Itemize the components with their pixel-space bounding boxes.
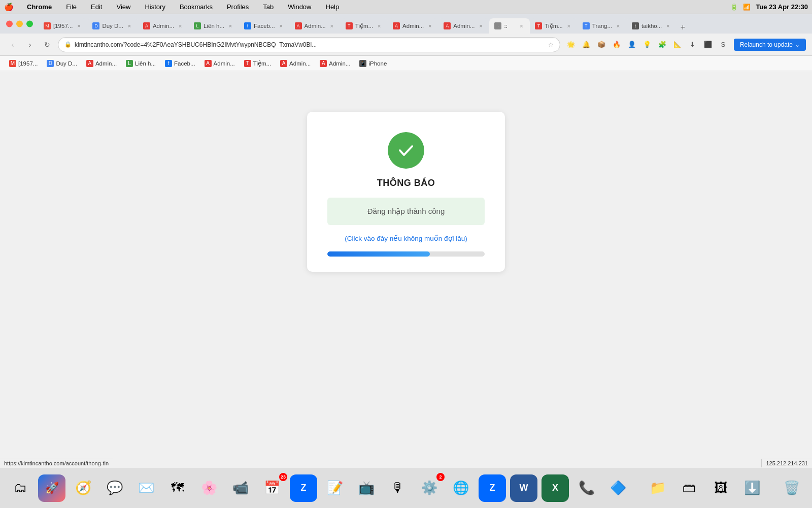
dock-item-transit[interactable]: 🔷: [604, 474, 632, 502]
tab-duy[interactable]: D Duy D... ×: [87, 18, 138, 34]
dock-item-word[interactable]: W: [510, 474, 537, 502]
dock-item-chrome[interactable]: 🌐: [447, 474, 475, 502]
redirect-link[interactable]: (Click vào đây nếu không muốn đợi lâu): [345, 234, 467, 242]
tab-facebook[interactable]: f Faceb... ×: [239, 18, 290, 34]
dock-item-pics[interactable]: 🖼: [707, 474, 734, 502]
dock-item-settings[interactable]: ⚙️ 2: [416, 474, 443, 502]
menu-help[interactable]: Help: [323, 2, 343, 12]
tab-current[interactable]: · :: ×: [489, 18, 530, 34]
bookmark-item-duy[interactable]: D Duy D...: [44, 59, 80, 68]
tab-tiem1[interactable]: T Tiệm... ×: [341, 18, 388, 34]
menu-bookmarks[interactable]: Bookmarks: [177, 2, 216, 12]
tab-close-taikho[interactable]: ×: [664, 22, 671, 29]
tab-close-admin3[interactable]: ×: [426, 22, 433, 29]
tab-close-current[interactable]: ×: [518, 22, 525, 29]
bookmark-bar: M [1957... D Duy D... A Admin... L Liên …: [0, 56, 812, 71]
apple-logo-icon[interactable]: 🍎: [4, 3, 14, 12]
dock-item-viber[interactable]: 📞: [573, 474, 600, 502]
extension-icon-7[interactable]: 🧩: [656, 38, 669, 51]
menu-window[interactable]: Window: [285, 2, 314, 12]
tab-tiem2[interactable]: T Tiệm... ×: [530, 18, 577, 34]
tab-gmail[interactable]: M [1957... ×: [39, 18, 87, 34]
tab-admin4[interactable]: A Admin... ×: [438, 18, 489, 34]
tab-favicon-duy: D: [92, 22, 99, 29]
tab-label-duy: Duy D...: [102, 23, 123, 29]
extension-icon-10[interactable]: ⬛: [701, 38, 715, 51]
extension-icon-3[interactable]: 📦: [595, 38, 608, 51]
tab-close-tiem2[interactable]: ×: [565, 22, 572, 29]
tab-close-duy[interactable]: ×: [126, 22, 133, 29]
url-bar[interactable]: 🔒 kimtincantho.com/?code=4%2F0AeaYSHBUC6…: [58, 37, 560, 52]
address-bar: ‹ › ↻ 🔒 kimtincantho.com/?code=4%2F0AeaY…: [0, 34, 812, 56]
tab-close-lien[interactable]: ×: [227, 22, 234, 29]
dock-item-appletv[interactable]: 📺: [353, 474, 380, 502]
extension-icon-4[interactable]: 🔥: [610, 38, 623, 51]
dock-item-messages[interactable]: 💬: [101, 474, 128, 502]
bookmark-item-facebook[interactable]: f Faceb...: [162, 59, 198, 68]
relaunch-button[interactable]: Relaunch to update ⌄: [734, 39, 806, 51]
tab-close-trang[interactable]: ×: [615, 22, 622, 29]
tab-close-tiem1[interactable]: ×: [376, 22, 383, 29]
dock-item-folder2[interactable]: 🗃: [675, 474, 703, 502]
menu-history[interactable]: History: [142, 2, 168, 12]
menu-file[interactable]: File: [63, 2, 80, 12]
extension-icon-1[interactable]: 🌟: [564, 38, 578, 51]
tab-close-facebook[interactable]: ×: [278, 22, 285, 29]
menu-view[interactable]: View: [113, 2, 133, 12]
bookmark-item-admin4[interactable]: A Admin...: [317, 59, 353, 68]
dock-item-zalo2[interactable]: Z: [479, 474, 506, 502]
minimize-window-button[interactable]: [16, 21, 23, 27]
extension-icon-9[interactable]: ⬇: [686, 38, 699, 51]
bookmark-item-iphone[interactable]: 📱 iPhone: [356, 59, 390, 68]
dock-item-photos[interactable]: 🌸: [195, 474, 223, 502]
dock-item-excel[interactable]: X: [542, 474, 569, 502]
tab-admin1[interactable]: A Admin... ×: [138, 18, 189, 34]
dock-item-finder[interactable]: 🗂: [7, 474, 34, 502]
dock-item-safari[interactable]: 🧭: [70, 474, 97, 502]
bookmark-item-admin3[interactable]: A Admin...: [277, 59, 314, 68]
dock-item-folder1[interactable]: 📁: [644, 474, 671, 502]
bookmark-item-admin1[interactable]: A Admin...: [83, 59, 120, 68]
dock-item-zalo1[interactable]: Z: [290, 474, 317, 502]
success-message-box: Đăng nhập thành công: [327, 198, 485, 225]
dock-item-podcasts[interactable]: 🎙: [384, 474, 412, 502]
menu-profiles[interactable]: Profiles: [224, 2, 252, 12]
dock-item-facetime[interactable]: 📹: [227, 474, 254, 502]
menu-chrome[interactable]: Chrome: [24, 2, 55, 12]
bookmark-star-icon[interactable]: ☆: [548, 41, 554, 48]
dock-item-calendar[interactable]: 📅 23: [258, 474, 286, 502]
profile-icon[interactable]: S: [717, 38, 730, 51]
extension-icon-6[interactable]: 💡: [640, 38, 654, 51]
dock-item-downloads[interactable]: ⬇️: [738, 474, 766, 502]
forward-button[interactable]: ›: [23, 38, 37, 51]
tab-lien[interactable]: L Liên h... ×: [189, 18, 239, 34]
dock-item-mail[interactable]: ✉️: [132, 474, 160, 502]
tab-close-admin1[interactable]: ×: [177, 22, 184, 29]
ip-text: 125.212.214.231: [766, 460, 808, 466]
tab-taikho[interactable]: t taikho... ×: [627, 18, 676, 34]
reload-button[interactable]: ↻: [41, 38, 54, 51]
tab-close-admin2[interactable]: ×: [328, 22, 335, 29]
close-window-button[interactable]: [6, 21, 13, 27]
maximize-window-button[interactable]: [26, 21, 33, 27]
dock-item-launchpad[interactable]: 🚀: [38, 474, 65, 502]
tab-trang[interactable]: T Trang... ×: [578, 18, 627, 34]
bookmark-item-lien[interactable]: L Liên h...: [123, 59, 159, 68]
menu-tab[interactable]: Tab: [260, 2, 277, 12]
bookmark-item-gmail[interactable]: M [1957...: [6, 59, 41, 68]
extension-icon-2[interactable]: 🔔: [580, 38, 593, 51]
dock-item-maps[interactable]: 🗺: [164, 474, 191, 502]
tab-close-gmail[interactable]: ×: [75, 22, 82, 29]
bookmark-item-tiem[interactable]: T Tiệm...: [241, 59, 274, 68]
tab-admin3[interactable]: A Admin... ×: [388, 18, 438, 34]
extension-icon-5[interactable]: 👤: [625, 38, 638, 51]
dock-item-trash[interactable]: 🗑️: [778, 474, 805, 502]
dock-item-notes[interactable]: 📝: [321, 474, 349, 502]
back-button[interactable]: ‹: [6, 38, 19, 51]
menu-edit[interactable]: Edit: [88, 2, 105, 12]
tab-close-admin4[interactable]: ×: [477, 22, 484, 29]
extension-icon-8[interactable]: 📐: [671, 38, 684, 51]
new-tab-button[interactable]: +: [676, 21, 689, 34]
tab-admin2[interactable]: A Admin... ×: [290, 18, 341, 34]
bookmark-item-admin2[interactable]: A Admin...: [201, 59, 238, 68]
